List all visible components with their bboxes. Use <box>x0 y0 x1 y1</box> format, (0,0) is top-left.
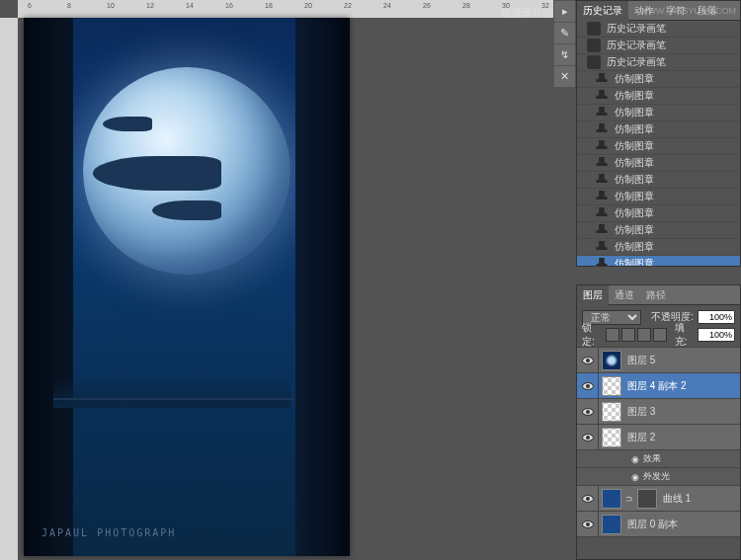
history-tab[interactable]: 字符 <box>660 1 692 21</box>
history-item[interactable]: 仿制图章 <box>577 138 740 155</box>
layer-name[interactable]: 图层 4 副本 2 <box>624 379 740 393</box>
visibility-toggle[interactable] <box>577 348 599 372</box>
stamp-icon <box>595 140 609 152</box>
history-item-label: 仿制图章 <box>615 106 654 120</box>
history-list[interactable]: 历史记录画笔历史记录画笔历史记录画笔仿制图章仿制图章仿制图章仿制图章仿制图章仿制… <box>577 21 740 267</box>
building-left <box>24 18 73 556</box>
history-item-label: 仿制图章 <box>615 89 654 103</box>
layer-name[interactable]: 图层 5 <box>624 354 740 367</box>
ruler-mark: 32 <box>541 2 549 9</box>
layers-tab[interactable]: 图层 <box>577 285 609 305</box>
history-tab[interactable]: 段落 <box>692 1 723 21</box>
ruler-mark: 20 <box>304 2 312 9</box>
visibility-toggle[interactable] <box>577 373 599 398</box>
history-item[interactable]: 历史记录画笔 <box>577 38 740 54</box>
history-item[interactable]: 仿制图章 <box>577 155 740 172</box>
history-item[interactable]: 仿制图章 <box>577 71 740 88</box>
link-icon: ⊃ <box>625 494 633 504</box>
panel-tool-button[interactable]: ✎ <box>554 23 575 43</box>
layers-list[interactable]: 图层 5图层 4 副本 2图层 3图层 2◉ 效果◉ 外发光⊃曲线 1图层 0 … <box>577 348 740 545</box>
stamp-icon <box>595 73 609 85</box>
building-right <box>295 18 350 556</box>
ruler-mark: 26 <box>423 2 431 9</box>
lock-position-icon[interactable] <box>637 328 651 342</box>
artwork-scene: JAPAUL PHOTOGRAPH <box>24 18 350 556</box>
stamp-icon <box>595 258 609 267</box>
stamp-icon <box>595 90 609 102</box>
history-item[interactable]: 仿制图章 <box>577 239 740 256</box>
visibility-toggle[interactable] <box>577 425 599 449</box>
history-item[interactable]: 仿制图章 <box>577 256 740 267</box>
layer-effect-item[interactable]: ◉ 外发光 <box>577 468 740 486</box>
history-tab[interactable]: 历史记录 <box>577 1 628 21</box>
panel-tool-button[interactable]: ▸ <box>554 1 575 22</box>
lock-transparency-icon[interactable] <box>606 328 619 342</box>
layers-tab[interactable]: 通道 <box>609 285 640 305</box>
ruler-mark: 28 <box>462 2 470 9</box>
layer-name[interactable]: 图层 3 <box>624 405 740 419</box>
layers-tab[interactable]: 路径 <box>640 285 672 305</box>
history-item[interactable]: 仿制图章 <box>577 222 740 239</box>
ruler-mark: 10 <box>107 2 115 9</box>
layers-controls: 正常 不透明度: 锁定: 填充: <box>577 305 740 348</box>
history-item[interactable]: 历史记录画笔 <box>577 21 740 38</box>
stamp-icon <box>595 207 609 219</box>
ruler-mark: 8 <box>67 2 71 9</box>
lock-pixels-icon[interactable] <box>621 328 635 342</box>
visibility-toggle[interactable] <box>577 486 599 511</box>
layer-item[interactable]: ⊃曲线 1 <box>577 486 740 512</box>
ruler-mark: 12 <box>146 2 154 9</box>
layer-item[interactable]: 图层 4 副本 2 <box>577 373 740 399</box>
fill-label: 填充: <box>675 321 695 349</box>
visibility-toggle[interactable] <box>577 399 599 424</box>
history-item[interactable]: 仿制图章 <box>577 205 740 222</box>
layer-item[interactable]: 图层 0 副本 <box>577 512 740 537</box>
layer-name[interactable]: 图层 2 <box>624 431 740 444</box>
history-item-label: 历史记录画笔 <box>607 55 666 69</box>
panel-tool-button[interactable]: ↯ <box>554 44 575 65</box>
layer-item[interactable]: 图层 3 <box>577 399 740 425</box>
history-item-label: 仿制图章 <box>615 72 654 86</box>
layer-item[interactable]: 图层 2 <box>577 425 740 450</box>
history-item[interactable]: 仿制图章 <box>577 88 740 105</box>
panel-tool-button[interactable]: ✕ <box>554 66 575 87</box>
stamp-icon <box>595 241 609 253</box>
history-item-label: 仿制图章 <box>615 240 654 254</box>
layer-name[interactable]: 图层 0 副本 <box>624 518 740 531</box>
eye-icon <box>582 382 594 390</box>
history-item[interactable]: 仿制图章 <box>577 189 740 205</box>
stamp-icon <box>595 174 609 186</box>
stamp-icon <box>595 191 609 202</box>
fish-graphic <box>152 200 221 220</box>
layer-item[interactable]: 图层 5 <box>577 348 740 373</box>
ruler-mark: 18 <box>265 2 273 9</box>
history-item[interactable]: 仿制图章 <box>577 121 740 138</box>
eye-icon <box>582 408 594 416</box>
opacity-input[interactable] <box>698 310 735 324</box>
layer-name[interactable]: 曲线 1 <box>660 492 740 506</box>
layer-thumbnail <box>602 515 621 534</box>
brush-icon <box>587 55 601 69</box>
history-tab[interactable]: 动作 <box>628 1 660 21</box>
history-panel: 历史记录动作字符段落 历史记录画笔历史记录画笔历史记录画笔仿制图章仿制图章仿制图… <box>576 0 741 267</box>
stamp-icon <box>595 224 609 236</box>
visibility-toggle[interactable] <box>577 512 599 536</box>
history-item-label: 仿制图章 <box>615 223 654 237</box>
ruler-horizontal: 68101214161820222426283032 <box>18 0 575 18</box>
ruler-mark: 16 <box>225 2 233 9</box>
eye-icon <box>582 495 594 503</box>
lock-all-icon[interactable] <box>653 328 667 342</box>
brush-icon <box>587 22 601 36</box>
fill-input[interactable] <box>698 328 735 342</box>
layer-effect-item[interactable]: ◉ 效果 <box>577 450 740 468</box>
ruler-vertical <box>0 18 18 560</box>
effect-name: 外发光 <box>643 470 670 483</box>
history-item[interactable]: 历史记录画笔 <box>577 54 740 71</box>
effect-bullet-icon: ◉ <box>631 472 639 482</box>
history-item[interactable]: 仿制图章 <box>577 105 740 121</box>
history-item-label: 仿制图章 <box>615 173 654 187</box>
canvas[interactable]: JAPAUL PHOTOGRAPH <box>24 18 350 556</box>
effect-name: 效果 <box>643 452 661 465</box>
balcony-graphic <box>53 398 295 447</box>
history-item[interactable]: 仿制图章 <box>577 172 740 189</box>
